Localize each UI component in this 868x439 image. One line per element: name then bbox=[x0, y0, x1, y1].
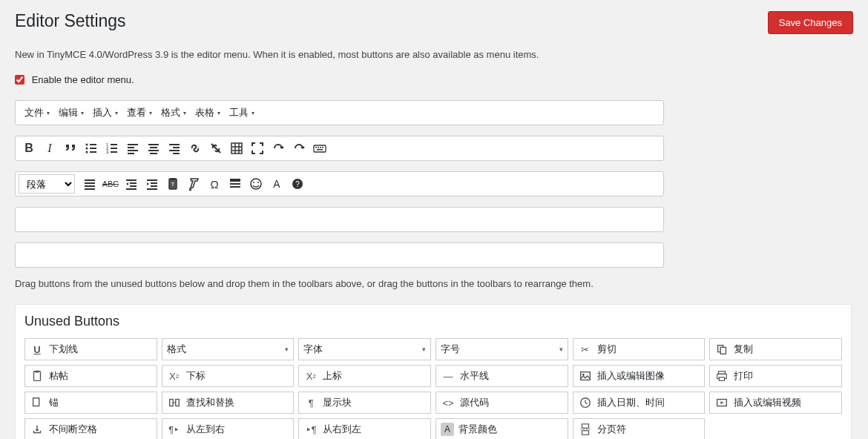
text-color-button[interactable]: A bbox=[266, 174, 287, 194]
table-button[interactable] bbox=[226, 138, 247, 159]
fullscreen-button[interactable] bbox=[247, 138, 268, 159]
align-center-button[interactable] bbox=[143, 138, 164, 159]
justify-button[interactable] bbox=[79, 174, 100, 194]
more-button[interactable] bbox=[225, 174, 246, 194]
page-title: Editor Settings bbox=[15, 11, 539, 31]
unused-hr[interactable]: —水平线 bbox=[435, 365, 568, 387]
svg-text:T: T bbox=[171, 182, 175, 187]
unused-size-select[interactable]: 字号 bbox=[435, 338, 568, 360]
enable-menu-checkbox[interactable] bbox=[15, 75, 24, 85]
unused-image[interactable]: 插入或编辑图像 bbox=[573, 365, 706, 387]
svg-rect-52 bbox=[230, 186, 240, 188]
special-char-button[interactable]: Ω bbox=[204, 174, 225, 194]
svg-rect-37 bbox=[85, 185, 95, 187]
align-left-button[interactable] bbox=[122, 138, 143, 159]
unused-font-select[interactable]: 字体 bbox=[298, 338, 431, 360]
indent-button[interactable] bbox=[142, 174, 162, 194]
unused-rtl[interactable]: ‣¶从右到左 bbox=[298, 418, 431, 439]
save-changes-button[interactable]: Save Changes bbox=[768, 11, 853, 34]
redo-button[interactable] bbox=[289, 138, 309, 159]
toolbar-3[interactable] bbox=[15, 207, 664, 232]
unused-underline[interactable]: U下划线 bbox=[24, 338, 157, 360]
unused-pagebreak[interactable]: 分页符 bbox=[573, 418, 706, 439]
svg-rect-23 bbox=[173, 153, 180, 154]
unused-ltr[interactable]: ¶‣从左到右 bbox=[162, 418, 295, 439]
svg-point-2 bbox=[86, 148, 88, 150]
unused-print[interactable]: 打印 bbox=[709, 365, 842, 387]
menu-file[interactable]: 文件 bbox=[19, 102, 53, 124]
svg-text:?: ? bbox=[295, 180, 300, 188]
align-right-button[interactable] bbox=[164, 138, 185, 159]
bullet-list-button[interactable] bbox=[81, 138, 102, 159]
svg-rect-5 bbox=[90, 151, 96, 153]
keyboard-button[interactable] bbox=[309, 138, 330, 159]
print-icon bbox=[714, 369, 729, 383]
svg-rect-60 bbox=[34, 372, 41, 381]
unused-code[interactable]: <>源代码 bbox=[435, 392, 568, 414]
unused-nbsp[interactable]: 不间断空格 bbox=[24, 418, 157, 439]
menu-view[interactable]: 查看 bbox=[121, 102, 155, 124]
svg-rect-74 bbox=[582, 431, 588, 435]
svg-rect-45 bbox=[151, 185, 157, 187]
svg-rect-11 bbox=[111, 151, 117, 153]
help-button[interactable]: ? bbox=[287, 174, 308, 194]
unused-paste[interactable]: 粘帖 bbox=[24, 365, 157, 387]
cut-icon: ✂ bbox=[578, 342, 593, 357]
unused-blocks[interactable]: ¶显示块 bbox=[298, 392, 431, 414]
unused-bgcolor[interactable]: A背景颜色 bbox=[435, 418, 568, 439]
unused-format-select[interactable]: 格式 bbox=[162, 338, 295, 360]
svg-rect-73 bbox=[582, 424, 588, 428]
italic-button[interactable]: I bbox=[39, 138, 60, 159]
link-button[interactable] bbox=[185, 138, 206, 159]
svg-rect-3 bbox=[90, 148, 96, 149]
underline-icon: U bbox=[30, 342, 45, 357]
svg-rect-32 bbox=[320, 147, 321, 148]
svg-rect-62 bbox=[580, 372, 590, 380]
unused-find[interactable]: 查找和替换 bbox=[162, 392, 295, 414]
unused-superscript[interactable]: X2上标 bbox=[298, 365, 431, 387]
anchor-icon bbox=[30, 395, 45, 410]
svg-rect-69 bbox=[175, 400, 179, 406]
subscript-icon: X2 bbox=[167, 369, 182, 383]
menu-format[interactable]: 格式 bbox=[155, 102, 189, 124]
outdent-button[interactable] bbox=[121, 174, 142, 194]
svg-rect-41 bbox=[130, 185, 137, 187]
svg-rect-40 bbox=[130, 182, 137, 184]
toolbar-2[interactable]: 段落 ABC T Ω A ? bbox=[15, 171, 664, 197]
svg-rect-12 bbox=[128, 144, 138, 145]
clear-format-button[interactable] bbox=[183, 174, 204, 194]
svg-rect-34 bbox=[317, 149, 323, 151]
unused-cut[interactable]: ✂剪切 bbox=[573, 338, 706, 360]
strikethrough-button[interactable]: ABC bbox=[100, 174, 121, 194]
svg-rect-35 bbox=[85, 179, 95, 181]
menu-insert[interactable]: 插入 bbox=[87, 102, 121, 124]
unused-datetime[interactable]: 插入日期、时间 bbox=[573, 392, 706, 414]
unused-video[interactable]: 插入或编辑视频 bbox=[709, 392, 842, 414]
paste-text-button[interactable]: T bbox=[162, 174, 183, 194]
menu-edit[interactable]: 编辑 bbox=[53, 102, 87, 124]
bold-button[interactable]: B bbox=[19, 138, 39, 159]
blockquote-button[interactable] bbox=[60, 138, 81, 159]
superscript-icon: X2 bbox=[303, 369, 318, 383]
undo-button[interactable] bbox=[268, 138, 289, 159]
svg-rect-33 bbox=[322, 147, 323, 148]
format-select[interactable]: 段落 bbox=[19, 174, 75, 194]
toolbar-1[interactable]: B I 123 bbox=[15, 136, 664, 161]
unused-copy[interactable]: 复制 bbox=[709, 338, 842, 360]
menu-tools[interactable]: 工具 bbox=[223, 102, 257, 124]
emoticon-button[interactable] bbox=[246, 174, 266, 194]
unused-anchor[interactable]: 锚 bbox=[24, 392, 157, 414]
unused-subscript[interactable]: X2下标 bbox=[162, 365, 295, 387]
menu-table[interactable]: 表格 bbox=[189, 102, 223, 124]
svg-rect-9 bbox=[111, 148, 117, 149]
svg-point-0 bbox=[86, 144, 88, 146]
svg-rect-50 bbox=[230, 179, 240, 182]
toolbar-4[interactable] bbox=[15, 242, 664, 268]
numbered-list-button[interactable]: 123 bbox=[102, 138, 122, 159]
unlink-button[interactable] bbox=[206, 138, 226, 159]
rtl-icon: ‣¶ bbox=[303, 422, 318, 437]
pagebreak-icon bbox=[578, 422, 593, 437]
svg-rect-36 bbox=[85, 182, 95, 184]
svg-rect-51 bbox=[230, 183, 240, 185]
svg-rect-1 bbox=[90, 144, 96, 145]
